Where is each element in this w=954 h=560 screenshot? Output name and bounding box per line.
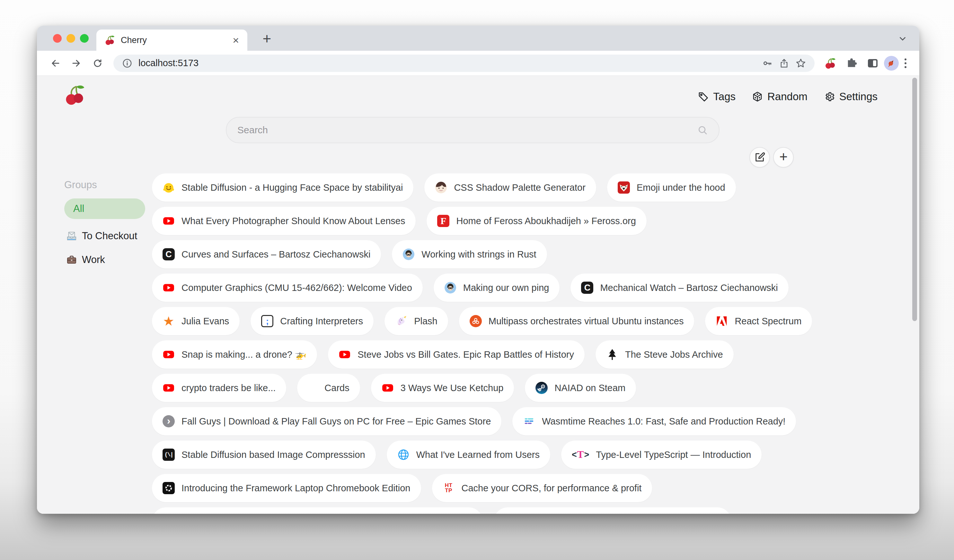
- bookmark-pill[interactable]: What Every Photographer Should Know Abou…: [152, 207, 416, 235]
- add-bookmark-button[interactable]: +: [773, 147, 794, 168]
- http-toolkit-icon: HTTP: [443, 482, 455, 494]
- search-input[interactable]: [237, 124, 691, 135]
- bookmark-row: ›Fall Guys | Download & Play Fall Guys o…: [152, 407, 842, 436]
- group-item-all[interactable]: All: [64, 198, 145, 219]
- traffic-light-zoom-button[interactable]: [80, 34, 89, 43]
- password-key-icon[interactable]: [762, 58, 773, 69]
- tag-icon: [697, 91, 709, 103]
- browser-tab-cherry[interactable]: Cherry ×: [97, 30, 247, 51]
- nav-settings[interactable]: Settings: [824, 90, 878, 103]
- bookmark-pill[interactable]: Snap is making... a drone? 🚁: [152, 341, 317, 369]
- browser-menu-icon[interactable]: [900, 58, 911, 68]
- bookmark-row: Stable Diffusion - a Hugging Face Space …: [152, 173, 842, 202]
- steam-icon: [535, 382, 548, 394]
- bookmark-pill[interactable]: HTTPCache your CORS, for performance & p…: [432, 474, 652, 502]
- share-icon[interactable]: [779, 58, 790, 69]
- bookmark-pill[interactable]: What I've Learned from Users: [387, 440, 550, 469]
- bookmark-row: Snap is making... a drone? 🚁Steve Jobs v…: [152, 341, 842, 369]
- bookmark-pill[interactable]: CMechanical Watch – Bartosz Ciechanowski: [571, 274, 788, 302]
- bookmark-pill[interactable]: FHome of Feross Aboukhadijeh » Feross.or…: [427, 207, 646, 235]
- page-content: TagsRandomSettings + Groups AllTo Checko…: [37, 76, 919, 514]
- bookmark-label: Wasmtime Reaches 1.0: Fast, Safe and Pro…: [542, 416, 786, 427]
- plus-icon: +: [263, 30, 271, 47]
- bookmark-row: crypto traders be like...Cards3 Ways We …: [152, 374, 842, 402]
- reload-button[interactable]: [88, 53, 108, 73]
- bookmark-row: What Every Photographer Should Know Abou…: [152, 207, 842, 235]
- cards-list-icon: [308, 382, 318, 394]
- url-text: localhost:5173: [139, 58, 756, 68]
- edit-bookmarks-button[interactable]: [750, 147, 770, 168]
- bookmark-pill[interactable]: [494, 507, 731, 514]
- extensions-puzzle-icon[interactable]: [842, 53, 862, 73]
- bookmark-pill[interactable]: Computer Graphics (CMU 15-462/662): Welc…: [152, 274, 423, 302]
- bookmark-label: React Spectrum: [734, 316, 801, 327]
- bookmark-label: NAIAD on Steam: [554, 383, 625, 394]
- cherry-extension-icon[interactable]: [820, 53, 840, 73]
- nav-tags[interactable]: Tags: [697, 90, 736, 103]
- bookmark-pill[interactable]: ★Julia Evans: [152, 307, 240, 335]
- bookmark-pill[interactable]: Stable Diffusion - a Hugging Face Space …: [152, 173, 413, 202]
- person-avatar-icon: [444, 282, 457, 294]
- group-item-to-checkout[interactable]: To Checkout: [64, 224, 145, 248]
- bookmark-pill[interactable]: Cards: [297, 374, 360, 402]
- bookmark-pill[interactable]: Making our own ping: [433, 274, 560, 302]
- group-label: All: [73, 203, 84, 215]
- bookmark-pill[interactable]: crypto traders be like...: [152, 374, 286, 402]
- bookmark-pill[interactable]: (\|Stable Diffusion based Image Compress…: [152, 440, 376, 469]
- bookmark-label: Stable Diffusion based Image Compresssio…: [181, 450, 365, 460]
- forward-button[interactable]: [67, 53, 86, 73]
- bookmark-star-icon[interactable]: [795, 58, 806, 69]
- search-bar[interactable]: [226, 117, 720, 143]
- gear-icon: [824, 91, 835, 103]
- bookmark-row: ★Julia Evans;Crafting InterpretersPlashM…: [152, 307, 842, 335]
- bookmark-pill[interactable]: Emoji under the hood: [607, 173, 736, 202]
- group-label: Work: [82, 254, 105, 266]
- bookmark-pill[interactable]: CSS Shadow Palette Generator: [424, 173, 596, 202]
- bookmark-pill[interactable]: Plash: [385, 307, 448, 335]
- bookmark-label: Home of Feross Aboukhadijeh » Feross.org: [456, 216, 636, 226]
- tab-search-chevron-icon[interactable]: [897, 33, 909, 44]
- bookmark-pill[interactable]: ›Fall Guys | Download & Play Fall Guys o…: [152, 407, 501, 436]
- bookmark-pill[interactable]: Wasmtime Reaches 1.0: Fast, Safe and Pro…: [512, 407, 796, 436]
- back-button[interactable]: [45, 53, 65, 73]
- feross-f-icon: F: [437, 215, 449, 227]
- sidebar-toggle-icon[interactable]: [863, 53, 883, 73]
- person-avatar-icon: [402, 248, 415, 260]
- bookmark-label: Introducing the Framework Laptop Chromeb…: [181, 483, 410, 493]
- bookmark-pill[interactable]: 3 Ways We Use Ketchup: [371, 374, 514, 402]
- address-bar[interactable]: localhost:5173: [114, 54, 815, 72]
- bookmark-label: What I've Learned from Users: [416, 450, 539, 460]
- bookmark-label: Steve Jobs vs Bill Gates. Epic Rap Battl…: [357, 349, 574, 360]
- info-icon[interactable]: [122, 58, 132, 69]
- group-item-work[interactable]: Work: [64, 248, 145, 272]
- bookmark-pill[interactable]: Working with strings in Rust: [392, 240, 547, 268]
- tab-close-icon[interactable]: ×: [232, 35, 239, 46]
- hugging-face-icon: [162, 181, 175, 194]
- bookmark-pill[interactable]: <T>Type-Level TypeScript — Introduction: [561, 440, 762, 469]
- bookmark-label: Making our own ping: [463, 283, 549, 293]
- bookmark-label: Snap is making... a drone? 🚁: [181, 349, 306, 360]
- profile-avatar[interactable]: [884, 56, 899, 71]
- youtube-icon: [162, 382, 175, 394]
- bookmark-label: Computer Graphics (CMU 15-462/662): Welc…: [181, 283, 412, 293]
- bookmark-label: Cards: [324, 383, 349, 394]
- bookmark-pill[interactable]: React Spectrum: [705, 307, 812, 335]
- bookmark-pill[interactable]: ;Crafting Interpreters: [251, 307, 374, 335]
- waveform-icon: (\|: [162, 449, 175, 461]
- bookmark-pill[interactable]: NAIAD on Steam: [525, 374, 636, 402]
- bookmark-pill[interactable]: [152, 507, 483, 514]
- bookmark-pill[interactable]: CCurves and Surfaces – Bartosz Ciechanow…: [152, 240, 381, 268]
- bookmark-pill[interactable]: Introducing the Framework Laptop Chromeb…: [152, 474, 421, 502]
- bookmark-label: Plash: [414, 316, 438, 327]
- bookmark-pill[interactable]: The Steve Jobs Archive: [595, 341, 734, 369]
- tab-title: Cherry: [121, 35, 227, 45]
- nav-random[interactable]: Random: [751, 90, 807, 103]
- traffic-light-minimize-button[interactable]: [67, 34, 75, 43]
- youtube-icon: [382, 382, 394, 394]
- new-tab-button[interactable]: +: [259, 30, 275, 47]
- bookmark-pill[interactable]: Steve Jobs vs Bill Gates. Epic Rap Battl…: [328, 341, 585, 369]
- bookmark-pill[interactable]: Multipass orchestrates virtual Ubuntu in…: [459, 307, 694, 335]
- search-icon: [697, 124, 708, 135]
- scrollbar-thumb[interactable]: [912, 78, 917, 321]
- traffic-light-close-button[interactable]: [53, 34, 62, 43]
